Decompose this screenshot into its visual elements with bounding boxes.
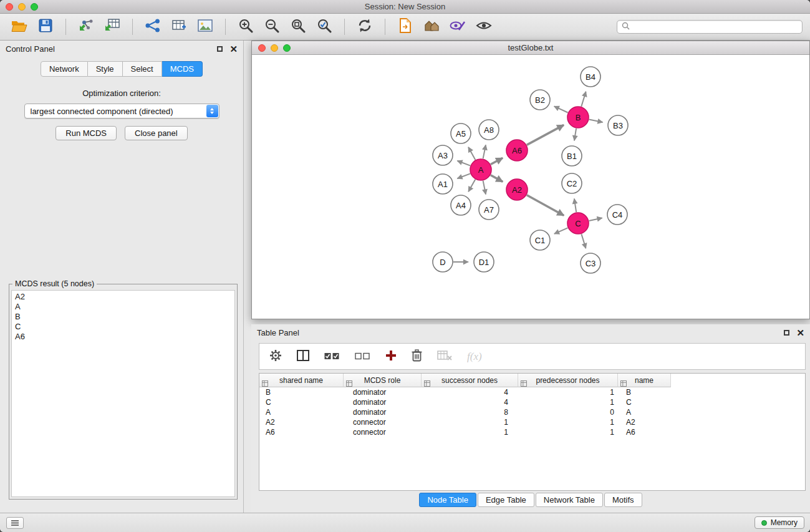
graph-node-C4[interactable]: C4 <box>607 205 627 225</box>
graph-node-A[interactable]: A <box>470 159 491 180</box>
network-file-button[interactable] <box>393 16 417 37</box>
tab-network[interactable]: Network <box>41 61 88 77</box>
table-row[interactable]: Cdominator41C <box>259 397 805 407</box>
graph-node-B2[interactable]: B2 <box>530 90 550 110</box>
result-item-b[interactable]: B <box>15 312 231 322</box>
close-panel-icon[interactable]: ✕ <box>229 46 238 52</box>
zoom-fit-button[interactable] <box>286 16 310 37</box>
new-network-button[interactable] <box>141 16 165 37</box>
graph-edge-A2-C[interactable] <box>527 195 564 216</box>
column-header-predecessor-nodes[interactable]: predecessor nodes <box>518 374 618 387</box>
graph-node-A5[interactable]: A5 <box>451 123 471 143</box>
graph-node-A8[interactable]: A8 <box>479 120 499 140</box>
graph-edge-B-B2[interactable] <box>554 106 568 112</box>
graph-node-B4[interactable]: B4 <box>581 67 600 87</box>
first-neighbors-button[interactable] <box>420 16 443 37</box>
graph-node-D1[interactable]: D1 <box>474 252 494 272</box>
add-entry-button[interactable] <box>385 350 397 364</box>
table-row[interactable]: Bdominator41B <box>259 387 805 397</box>
graph-edge-A6-B[interactable] <box>527 125 564 145</box>
graph-node-A3[interactable]: A3 <box>433 145 453 165</box>
graph-node-A6[interactable]: A6 <box>506 140 528 161</box>
graph-node-A1[interactable]: A1 <box>433 174 453 194</box>
float-panel-icon[interactable] <box>217 46 223 52</box>
function-builder-button[interactable]: f(x) <box>467 351 482 363</box>
memory-button[interactable]: Memory <box>755 516 804 529</box>
graph-edge-B-B1[interactable] <box>574 128 576 141</box>
graph-node-A4[interactable]: A4 <box>451 195 471 215</box>
network-window-titlebar[interactable]: testGlobe.txt <box>252 41 809 55</box>
import-table-button[interactable] <box>100 16 124 37</box>
graph-edge-A-A7[interactable] <box>483 181 486 195</box>
table-row[interactable]: A6connector11A6 <box>259 427 805 437</box>
graph-node-B3[interactable]: B3 <box>608 115 628 135</box>
minimize-window-button[interactable] <box>18 3 26 11</box>
show-columns-button[interactable] <box>297 350 309 364</box>
graph-node-B[interactable]: B <box>567 107 589 128</box>
zoom-in-button[interactable] <box>234 16 258 37</box>
unselect-all-button[interactable] <box>355 351 370 362</box>
graph-edge-C-C3[interactable] <box>581 234 586 248</box>
save-session-button[interactable] <box>34 16 57 37</box>
graph-edge-A-A1[interactable] <box>457 173 470 178</box>
tab-motifs[interactable]: Motifs <box>604 493 642 507</box>
network-minimize-button[interactable] <box>271 44 278 52</box>
run-mcds-button[interactable]: Run MCDS <box>55 126 117 140</box>
tab-network-table[interactable]: Network Table <box>536 493 603 507</box>
close-table-panel-icon[interactable]: ✕ <box>796 330 804 336</box>
task-history-button[interactable] <box>6 517 24 529</box>
float-table-panel-icon[interactable] <box>784 330 789 336</box>
graph-edge-A-A3[interactable] <box>457 161 470 166</box>
hide-selected-button[interactable] <box>446 16 470 37</box>
result-item-c[interactable]: C <box>15 322 231 332</box>
table-row[interactable]: A2connector11A2 <box>259 417 805 427</box>
open-session-button[interactable] <box>7 16 31 37</box>
graph-edge-A-A6[interactable] <box>491 158 503 164</box>
graph-edge-A-A8[interactable] <box>483 145 486 159</box>
column-header-name[interactable]: name <box>618 374 671 387</box>
tab-mcds[interactable]: MCDS <box>162 61 203 77</box>
zoom-window-button[interactable] <box>31 3 38 11</box>
tab-style[interactable]: Style <box>88 61 123 77</box>
graph-node-D[interactable]: D <box>433 252 453 272</box>
result-item-a[interactable]: A <box>15 302 231 312</box>
graph-node-C1[interactable]: C1 <box>530 230 550 250</box>
zoom-selected-button[interactable] <box>312 16 336 37</box>
graph-edge-B-B4[interactable] <box>581 92 586 107</box>
graph-edge-A-A5[interactable] <box>468 147 475 160</box>
graph-edge-B-B3[interactable] <box>589 120 603 122</box>
column-header-successor-nodes[interactable]: successor nodes <box>422 374 518 387</box>
graph-edge-A-A2[interactable] <box>491 175 503 182</box>
optimization-criterion-select[interactable]: largest connected component (directed) <box>24 104 219 118</box>
table-settings-button[interactable] <box>269 349 282 364</box>
network-close-button[interactable] <box>258 44 266 52</box>
new-table-button[interactable] <box>167 16 191 37</box>
graph-edge-C-C4[interactable] <box>589 218 602 221</box>
result-item-a6[interactable]: A6 <box>15 332 231 342</box>
search-input[interactable] <box>633 22 798 31</box>
export-image-button[interactable] <box>193 16 217 37</box>
graph-node-A2[interactable]: A2 <box>506 179 528 200</box>
tab-node-table[interactable]: Node Table <box>419 493 476 507</box>
graph-node-C[interactable]: C <box>567 213 589 234</box>
column-header-mcds-role[interactable]: MCDS role <box>344 374 422 387</box>
graph-node-B1[interactable]: B1 <box>562 146 582 166</box>
close-window-button[interactable] <box>6 3 13 11</box>
graph-node-C3[interactable]: C3 <box>581 253 600 273</box>
graph-edge-C-C1[interactable] <box>554 228 568 234</box>
graph-edge-C-C2[interactable] <box>574 199 576 213</box>
network-zoom-button[interactable] <box>283 44 291 52</box>
tab-edge-table[interactable]: Edge Table <box>478 493 534 507</box>
apply-layout-button[interactable] <box>353 16 377 37</box>
zoom-out-button[interactable] <box>260 16 284 37</box>
column-header-shared-name[interactable]: shared name <box>259 374 344 387</box>
delete-table-button[interactable] <box>437 350 452 364</box>
network-canvas[interactable]: B4B2BB3A5A8A6B1A3AC2A1A2A4A7C4CC1C3DD1 <box>252 56 809 319</box>
delete-entry-button[interactable] <box>412 349 422 364</box>
result-item-a2[interactable]: A2 <box>15 292 231 302</box>
mcds-result-list[interactable]: A2ABCA6 <box>11 290 235 497</box>
table-row[interactable]: Adominator80A <box>259 407 805 417</box>
select-all-button[interactable] <box>324 351 340 362</box>
graph-node-A7[interactable]: A7 <box>479 200 499 220</box>
show-all-button[interactable] <box>472 16 496 37</box>
